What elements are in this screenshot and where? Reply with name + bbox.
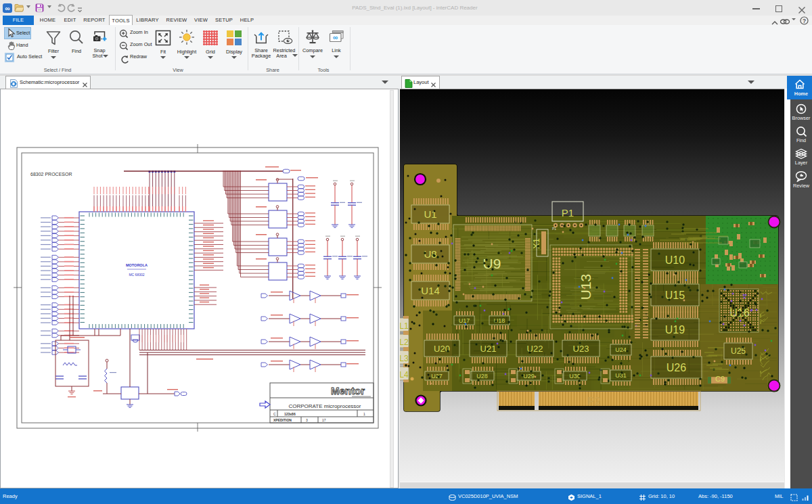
svg-text:U29: U29 — [523, 373, 535, 380]
svg-text:U26: U26 — [667, 362, 686, 373]
svg-text:3: 3 — [306, 418, 308, 422]
svg-text:U14: U14 — [421, 285, 440, 296]
svg-text:L2: L2 — [400, 338, 409, 347]
svg-text:L4: L4 — [400, 370, 409, 380]
svg-text:123x86: 123x86 — [284, 412, 296, 416]
svg-text:68302 PROCESOR: 68302 PROCESOR — [30, 172, 72, 177]
svg-text:X1: X1 — [531, 238, 541, 249]
svg-text:L3: L3 — [400, 354, 409, 363]
svg-text:CORPORATE microprocessor: CORPORATE microprocessor — [289, 403, 361, 409]
svg-text:U15: U15 — [665, 290, 685, 301]
svg-text:P2: P2 — [587, 396, 601, 407]
svg-text:U13: U13 — [578, 274, 593, 300]
svg-text:XPEDITION: XPEDITION — [273, 418, 292, 422]
svg-text:U28: U28 — [476, 373, 488, 380]
svg-text:Mentor: Mentor — [331, 385, 365, 396]
svg-text:?: ? — [803, 18, 806, 24]
svg-text:∞: ∞ — [5, 5, 9, 12]
svg-text:17: 17 — [322, 418, 326, 422]
svg-text:U10: U10 — [665, 254, 685, 266]
svg-text:C: C — [273, 412, 276, 416]
svg-text:MOTOROLA: MOTOROLA — [126, 263, 148, 267]
svg-text:U27: U27 — [431, 373, 443, 380]
svg-text:1: 1 — [363, 412, 365, 416]
svg-text:L1: L1 — [400, 321, 409, 331]
svg-text:C9: C9 — [715, 375, 725, 383]
svg-text:P1: P1 — [552, 227, 556, 231]
svg-text:U17: U17 — [459, 317, 470, 324]
svg-text:∞: ∞ — [333, 33, 338, 41]
svg-text:MC 68302: MC 68302 — [129, 273, 144, 277]
svg-text:P1: P1 — [562, 207, 574, 219]
svg-text:U23: U23 — [573, 344, 589, 354]
svg-text:U8: U8 — [424, 248, 436, 260]
svg-text:U24: U24 — [615, 346, 627, 353]
svg-text:U19: U19 — [665, 324, 685, 336]
svg-text:U1: U1 — [424, 208, 436, 220]
